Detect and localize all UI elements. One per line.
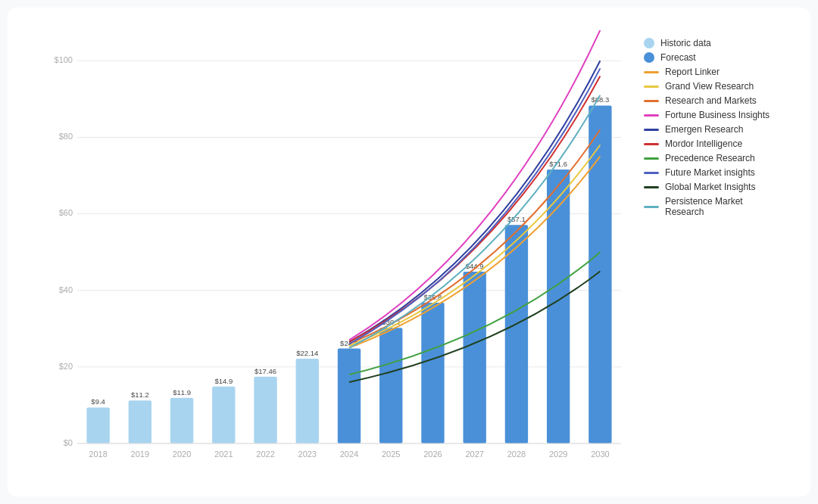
legend-label: Forecast	[660, 52, 696, 63]
svg-text:2018: 2018	[89, 450, 107, 459]
legend-item: Historic data	[644, 38, 773, 48]
svg-rect-34	[547, 170, 570, 443]
svg-text:2020: 2020	[173, 450, 191, 459]
svg-text:$100: $100	[55, 55, 73, 64]
svg-text:$17.46: $17.46	[254, 367, 276, 375]
svg-rect-12	[86, 407, 109, 443]
svg-rect-16	[170, 398, 193, 443]
chart-svg: $0$20$40$60$80$100$9.4$11.2$11.9$14.9$17…	[38, 30, 629, 474]
svg-rect-18	[212, 387, 235, 443]
svg-rect-14	[129, 400, 151, 443]
legend-item: Report Linker	[644, 67, 773, 77]
svg-text:2026: 2026	[423, 450, 442, 459]
legend-item: Grand View Research	[644, 81, 773, 92]
svg-text:2019: 2019	[131, 450, 149, 459]
legend-line-icon	[644, 86, 659, 88]
legend-dot-icon	[644, 38, 654, 48]
legend-line-icon	[644, 114, 659, 117]
svg-text:2021: 2021	[214, 450, 233, 459]
legend-label: Research and Markets	[665, 95, 757, 106]
svg-rect-22	[296, 359, 319, 443]
svg-text:2025: 2025	[382, 450, 400, 459]
legend-label: Mordor Intelligence	[665, 138, 742, 149]
chart-area: $0$20$40$60$80$100$9.4$11.2$11.9$14.9$17…	[38, 30, 629, 474]
svg-text:$0: $0	[64, 438, 73, 447]
legend-item: Persistence Market Research	[644, 196, 773, 217]
legend-label: Global Market Insights	[665, 182, 755, 192]
legend-dot-icon	[644, 52, 654, 63]
legend-label: Precedence Research	[665, 153, 755, 163]
svg-text:2027: 2027	[465, 450, 483, 459]
svg-rect-32	[505, 225, 528, 443]
legend-line-icon	[644, 186, 659, 188]
legend-line-icon	[644, 172, 659, 174]
svg-rect-30	[464, 272, 486, 443]
legend-item: Future Market insights	[644, 167, 773, 178]
svg-text:2023: 2023	[298, 450, 317, 459]
legend-label: Future Market insights	[665, 167, 755, 178]
legend-line-icon	[644, 157, 659, 160]
legend-item: Forecast	[644, 52, 773, 63]
y-axis-label	[23, 30, 38, 474]
legend: Historic dataForecastReport LinkerGrand …	[629, 30, 780, 474]
legend-item: Precedence Research	[644, 153, 773, 163]
svg-text:2030: 2030	[591, 450, 609, 459]
legend-label: Persistence Market Research	[665, 196, 773, 217]
svg-text:$11.9: $11.9	[173, 388, 191, 397]
chart-top: $0$20$40$60$80$100$9.4$11.2$11.9$14.9$17…	[38, 30, 780, 474]
legend-item: Global Market Insights	[644, 182, 773, 192]
svg-text:$80: $80	[59, 132, 73, 141]
chart-container: $0$20$40$60$80$100$9.4$11.2$11.9$14.9$17…	[8, 8, 810, 496]
legend-line-icon	[644, 143, 659, 145]
svg-rect-26	[379, 328, 402, 443]
legend-line-icon	[644, 129, 659, 131]
legend-line-icon	[644, 100, 659, 102]
svg-text:$20: $20	[59, 362, 73, 371]
svg-text:2029: 2029	[549, 450, 567, 459]
svg-text:2022: 2022	[256, 450, 274, 459]
legend-item: Fortune Business Insights	[644, 110, 773, 120]
chart-inner: $0$20$40$60$80$100$9.4$11.2$11.9$14.9$17…	[38, 30, 780, 474]
legend-item: Research and Markets	[644, 95, 773, 106]
svg-rect-24	[338, 349, 361, 443]
legend-label: Emergen Research	[665, 124, 743, 135]
legend-item: Mordor Intelligence	[644, 138, 773, 149]
svg-text:$11.2: $11.2	[131, 390, 149, 399]
svg-rect-20	[254, 377, 276, 443]
svg-text:$40: $40	[59, 285, 73, 294]
svg-text:$22.14: $22.14	[296, 349, 318, 357]
svg-text:$9.4: $9.4	[91, 397, 105, 406]
legend-line-icon	[644, 71, 659, 73]
svg-text:$14.9: $14.9	[214, 377, 233, 385]
svg-text:$60: $60	[59, 208, 73, 217]
svg-text:2024: 2024	[340, 450, 358, 459]
legend-label: Grand View Research	[665, 81, 754, 92]
svg-text:$88.3: $88.3	[591, 95, 609, 104]
svg-rect-28	[421, 303, 444, 443]
legend-item: Emergen Research	[644, 124, 773, 135]
legend-label: Historic data	[660, 38, 711, 48]
legend-line-icon	[644, 206, 659, 208]
legend-label: Fortune Business Insights	[665, 110, 770, 120]
svg-text:2028: 2028	[507, 450, 526, 459]
legend-label: Report Linker	[665, 67, 720, 77]
